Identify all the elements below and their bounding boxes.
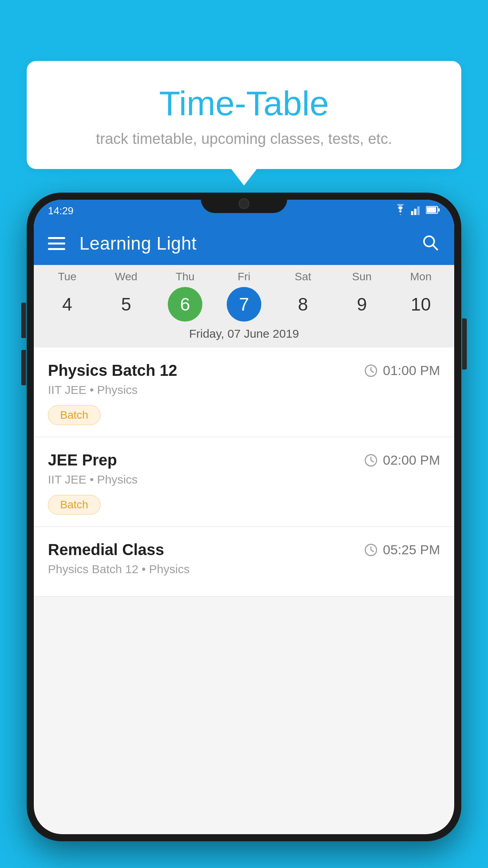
day-column-9[interactable]: Sun9 xyxy=(336,270,387,322)
day-name: Sat xyxy=(295,270,311,283)
day-name: Tue xyxy=(58,270,76,283)
svg-rect-5 xyxy=(438,208,440,211)
svg-line-7 xyxy=(433,245,438,250)
class-name: Remedial Class xyxy=(48,541,164,559)
day-number: 4 xyxy=(50,287,84,322)
svg-rect-1 xyxy=(414,209,416,215)
class-time: 02:00 PM xyxy=(364,452,440,468)
day-name: Wed xyxy=(115,270,137,283)
front-camera xyxy=(238,198,250,209)
phone-screen: 14:29 xyxy=(34,200,454,834)
app-title: Learning Light xyxy=(79,233,420,254)
day-name: Mon xyxy=(410,270,431,283)
class-card-header: Physics Batch 12 01:00 PM xyxy=(48,362,440,379)
signal-icon xyxy=(411,204,422,218)
day-column-4[interactable]: Tue4 xyxy=(42,270,93,322)
svg-point-6 xyxy=(424,236,434,246)
class-name: Physics Batch 12 xyxy=(48,362,177,379)
tooltip-card: Time-Table track timetable, upcoming cla… xyxy=(27,61,461,169)
battery-icon xyxy=(426,205,440,217)
day-column-6[interactable]: Thu6 xyxy=(160,270,211,322)
wifi-icon xyxy=(394,204,407,218)
day-number: 10 xyxy=(404,287,438,322)
phone-notch xyxy=(201,193,287,213)
volume-down-button[interactable] xyxy=(21,350,26,385)
calendar-strip: Tue4Wed5Thu6Fri7Sat8Sun9Mon10 Friday, 07… xyxy=(34,265,454,348)
class-card-header: JEE Prep 02:00 PM xyxy=(48,451,440,469)
phone-wrapper: 14:29 xyxy=(27,193,461,868)
app-bar: Learning Light xyxy=(34,222,454,265)
class-name: JEE Prep xyxy=(48,451,117,469)
day-column-7[interactable]: Fri7 xyxy=(218,270,270,322)
volume-up-button[interactable] xyxy=(21,303,26,338)
status-time: 14:29 xyxy=(48,205,73,217)
tooltip-title: Time-Table xyxy=(46,85,442,123)
day-number: 5 xyxy=(109,287,143,322)
class-card-0[interactable]: Physics Batch 12 01:00 PM IIT JEE • Phys… xyxy=(34,348,454,437)
classes-list: Physics Batch 12 01:00 PM IIT JEE • Phys… xyxy=(34,348,454,597)
class-card-header: Remedial Class 05:25 PM xyxy=(48,541,440,559)
svg-line-16 xyxy=(371,550,374,552)
svg-line-10 xyxy=(371,371,374,373)
day-name: Thu xyxy=(176,270,194,283)
day-name: Fri xyxy=(238,270,251,283)
day-number: 9 xyxy=(345,287,379,322)
class-meta: Physics Batch 12 • Physics xyxy=(48,563,440,576)
svg-rect-4 xyxy=(427,207,436,213)
batch-tag: Batch xyxy=(48,495,101,515)
class-meta: IIT JEE • Physics xyxy=(48,473,440,486)
batch-tag: Batch xyxy=(48,405,101,425)
day-name: Sun xyxy=(352,270,372,283)
svg-rect-0 xyxy=(411,211,413,215)
day-column-5[interactable]: Wed5 xyxy=(101,270,152,322)
svg-line-13 xyxy=(371,460,374,462)
svg-rect-2 xyxy=(417,206,420,215)
day-column-10[interactable]: Mon10 xyxy=(395,270,446,322)
hamburger-menu-button[interactable] xyxy=(48,237,65,250)
day-column-8[interactable]: Sat8 xyxy=(277,270,328,322)
day-number: 6 xyxy=(168,287,202,322)
class-meta: IIT JEE • Physics xyxy=(48,383,440,397)
day-number: 7 xyxy=(227,287,261,322)
power-button[interactable] xyxy=(462,318,467,370)
status-icons xyxy=(394,204,440,218)
phone-outer: 14:29 xyxy=(27,193,461,841)
days-header: Tue4Wed5Thu6Fri7Sat8Sun9Mon10 xyxy=(34,270,454,322)
search-button[interactable] xyxy=(420,233,440,254)
tooltip-subtitle: track timetable, upcoming classes, tests… xyxy=(46,131,442,147)
class-card-1[interactable]: JEE Prep 02:00 PM IIT JEE • Physics Batc… xyxy=(34,437,454,527)
selected-date-label: Friday, 07 June 2019 xyxy=(34,322,454,348)
day-number: 8 xyxy=(286,287,320,322)
class-time: 05:25 PM xyxy=(364,542,440,557)
class-time: 01:00 PM xyxy=(364,363,440,378)
class-card-2[interactable]: Remedial Class 05:25 PM Physics Batch 12… xyxy=(34,527,454,597)
